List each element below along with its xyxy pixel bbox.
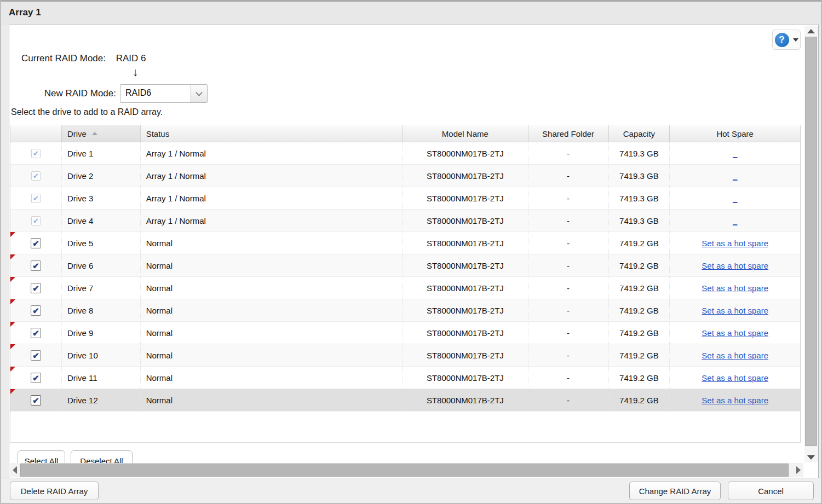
vertical-scrollbar-thumb[interactable] — [805, 37, 817, 446]
status-cell: Array 1 / Normal — [141, 187, 403, 209]
hot-spare-link[interactable]: Set as a hot spare — [702, 328, 768, 338]
checkbox-cell: ✔ — [10, 210, 62, 231]
new-raid-mode-select[interactable]: RAID6 — [120, 84, 208, 103]
drive-checkbox[interactable]: ✔ — [31, 350, 41, 361]
table-row[interactable]: ✔Drive 6NormalST8000NM017B-2TJ-7419.2 GB… — [10, 254, 800, 277]
delete-raid-array-button[interactable]: Delete RAID Array — [10, 482, 99, 500]
status-cell: Normal — [141, 232, 403, 254]
modified-flag-icon — [10, 232, 15, 237]
table-row[interactable]: ✔Drive 9NormalST8000NM017B-2TJ-7419.2 GB… — [10, 322, 800, 344]
drive-checkbox[interactable]: ✔ — [31, 373, 41, 383]
hot-spare-link[interactable]: Set as a hot spare — [702, 373, 768, 383]
vertical-scrollbar[interactable] — [804, 26, 818, 462]
hot-spare-link[interactable]: _ — [733, 149, 737, 158]
checkbox-cell: ✔ — [10, 254, 62, 276]
drive-checkbox[interactable]: ✔ — [31, 260, 41, 271]
shared-cell: - — [528, 344, 609, 366]
table-row[interactable]: ✔Drive 5NormalST8000NM017B-2TJ-7419.2 GB… — [10, 232, 800, 254]
hot-spare-link[interactable]: Set as a hot spare — [702, 239, 768, 248]
scroll-down-icon[interactable] — [807, 455, 815, 460]
drive-cell: Drive 4 — [62, 210, 141, 231]
table-row[interactable]: ✔Drive 3Array 1 / NormalST8000NM017B-2TJ… — [10, 187, 800, 210]
modified-flag-icon — [10, 344, 15, 349]
hot-spare-cell: _ — [670, 210, 800, 231]
drive-checkbox[interactable]: ✔ — [31, 238, 41, 248]
hot-spare-link[interactable]: _ — [733, 194, 737, 203]
table-row[interactable]: ✔Drive 7NormalST8000NM017B-2TJ-7419.2 GB… — [10, 277, 800, 299]
table-header: DriveStatusModel NameShared FolderCapaci… — [10, 125, 800, 142]
dialog-content-panel: ? Current RAID Mode: RAID 6 ↓ New RAID M… — [9, 25, 819, 480]
column-header-hot_spare[interactable]: Hot Spare — [670, 125, 800, 142]
drive-checkbox[interactable]: ✔ — [31, 395, 41, 405]
scroll-up-icon[interactable] — [807, 29, 815, 33]
hot-spare-link[interactable]: Set as a hot spare — [702, 396, 768, 405]
drive-checkbox: ✔ — [31, 216, 41, 225]
table-row[interactable]: ✔Drive 1Array 1 / NormalST8000NM017B-2TJ… — [10, 142, 800, 165]
capacity-cell: 7419.2 GB — [609, 344, 670, 366]
column-header-drive[interactable]: Drive — [62, 125, 141, 142]
hot-spare-link[interactable]: Set as a hot spare — [702, 306, 768, 315]
modified-flag-icon — [10, 367, 15, 372]
checkbox-cell: ✔ — [10, 142, 62, 164]
checkbox-cell: ✔ — [10, 389, 62, 411]
current-raid-mode-label: Current RAID Mode: — [21, 53, 106, 63]
table-row[interactable]: ✔Drive 11NormalST8000NM017B-2TJ-7419.2 G… — [10, 367, 800, 389]
table-row[interactable]: ✔Drive 12NormalST8000NM017B-2TJ-7419.2 G… — [10, 389, 800, 412]
table-row[interactable]: ✔Drive 4Array 1 / NormalST8000NM017B-2TJ… — [10, 210, 800, 232]
shared-cell: - — [528, 299, 609, 321]
drive-checkbox[interactable]: ✔ — [31, 328, 41, 338]
horizontal-scrollbar[interactable] — [10, 463, 803, 477]
hot-spare-cell: _ — [670, 165, 800, 187]
capacity-cell: 7419.2 GB — [609, 322, 670, 344]
capacity-cell: 7419.2 GB — [609, 389, 670, 411]
drive-cell: Drive 10 — [62, 344, 141, 366]
hot-spare-cell: Set as a hot spare — [670, 367, 800, 389]
shared-cell: - — [528, 322, 609, 344]
table-row[interactable]: ✔Drive 2Array 1 / NormalST8000NM017B-2TJ… — [10, 165, 800, 187]
model-cell: ST8000NM017B-2TJ — [403, 165, 528, 187]
modified-flag-icon — [10, 389, 15, 394]
modified-flag-icon — [10, 322, 15, 327]
change-raid-array-button[interactable]: Change RAID Array — [629, 482, 721, 500]
hot-spare-link[interactable]: Set as a hot spare — [702, 283, 768, 293]
hot-spare-link[interactable]: _ — [733, 216, 737, 225]
horizontal-scrollbar-thumb[interactable] — [20, 464, 789, 477]
shared-cell: - — [528, 389, 609, 411]
hot-spare-link[interactable]: Set as a hot spare — [702, 261, 768, 270]
status-cell: Normal — [141, 277, 403, 299]
model-cell: ST8000NM017B-2TJ — [403, 322, 528, 344]
column-header-model[interactable]: Model Name — [403, 125, 528, 142]
drive-checkbox[interactable]: ✔ — [31, 305, 41, 316]
column-header-checkbox[interactable] — [10, 125, 62, 142]
model-cell: ST8000NM017B-2TJ — [403, 187, 528, 209]
modified-flag-icon — [10, 254, 15, 259]
model-cell: ST8000NM017B-2TJ — [403, 254, 528, 276]
scroll-right-icon[interactable] — [796, 466, 801, 474]
status-cell: Normal — [141, 322, 403, 344]
cancel-button[interactable]: Cancel — [728, 482, 814, 500]
hot-spare-cell: _ — [670, 187, 800, 209]
column-header-capacity[interactable]: Capacity — [609, 125, 670, 142]
modified-flag-icon — [10, 299, 15, 304]
column-header-status[interactable]: Status — [141, 125, 403, 142]
column-header-shared[interactable]: Shared Folder — [528, 125, 609, 142]
dialog-footer: Delete RAID Array Change RAID Array Canc… — [1, 478, 821, 503]
capacity-cell: 7419.3 GB — [609, 165, 670, 187]
capacity-cell: 7419.2 GB — [609, 254, 670, 276]
scroll-left-icon[interactable] — [13, 466, 17, 474]
help-button[interactable]: ? — [772, 30, 801, 50]
drive-cell: Drive 11 — [62, 367, 141, 389]
drive-checkbox[interactable]: ✔ — [31, 283, 41, 293]
drive-cell: Drive 6 — [62, 254, 141, 276]
shared-cell: - — [528, 165, 609, 187]
shared-cell: - — [528, 254, 609, 276]
checkbox-cell: ✔ — [10, 232, 62, 254]
select-dropdown-button[interactable] — [191, 85, 207, 102]
table-row[interactable]: ✔Drive 8NormalST8000NM017B-2TJ-7419.2 GB… — [10, 299, 800, 322]
hot-spare-link[interactable]: _ — [733, 171, 737, 181]
checkbox-cell: ✔ — [10, 299, 62, 321]
hot-spare-link[interactable]: Set as a hot spare — [702, 351, 768, 360]
table-row[interactable]: ✔Drive 10NormalST8000NM017B-2TJ-7419.2 G… — [10, 344, 800, 367]
capacity-cell: 7419.3 GB — [609, 187, 670, 209]
drive-cell: Drive 2 — [62, 165, 141, 187]
